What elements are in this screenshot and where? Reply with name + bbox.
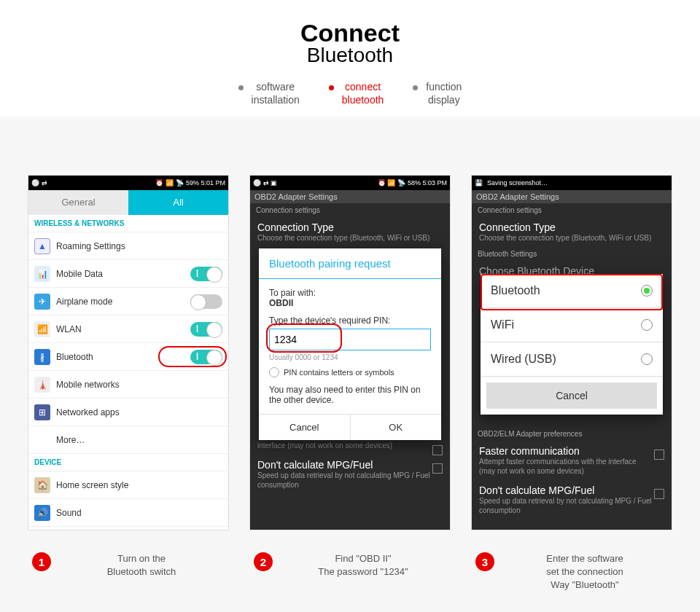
sec-connection: Connection settings [472, 203, 672, 217]
sec-adapter-pref: OBD2/ELM Adapter preferences [472, 427, 672, 441]
page-subtitle: Bluetooth [0, 44, 700, 67]
radio-icon [641, 353, 653, 365]
screenshots-row: ⚪ ⇄ ⏰ 📶 📡 59% 5:01 PM General All WIRELE… [0, 117, 700, 542]
pair-label: To pair with: [269, 288, 431, 298]
page-title: Connect [0, 20, 700, 45]
screenshot-2: ⚪ ⇄ ▣⏰ 📶 📡58% 5:03 PM OBD2 Adapter Setti… [249, 175, 451, 530]
opt-mpg[interactable]: Don't calculate MPG/FuelSpeed up data re… [250, 455, 450, 494]
row-bluetooth[interactable]: ∦Bluetooth [28, 343, 228, 371]
option-wired[interactable]: Wired (USB) [481, 342, 663, 377]
row-mobile-data[interactable]: 📊Mobile Data [28, 260, 228, 288]
home-icon: 🏠 [37, 480, 48, 490]
sec-connection: Connection settings [250, 203, 450, 217]
status-bar: ⚪ ⇄ ▣⏰ 📶 📡58% 5:03 PM [250, 176, 450, 190]
step-badge: 3 [475, 552, 494, 571]
row-home-style[interactable]: 🏠Home screen style [28, 471, 228, 499]
bc-software[interactable]: softwareinstallation [238, 80, 300, 106]
option-wifi[interactable]: WiFi [481, 308, 663, 342]
wifi-icon: 📶 [166, 179, 174, 187]
bluetooth-icon: ∦ [40, 352, 44, 362]
status-bar: ⚪ ⇄ ⏰ 📶 📡 59% 5:01 PM [28, 176, 228, 190]
opt-mpg[interactable]: Don't calculate MPG/FuelSpeed up data re… [472, 480, 672, 519]
app-title: OBD2 Adapter Settings [250, 190, 450, 203]
caption-2: 2Find "OBD II"The password "1234" [249, 542, 451, 603]
airplane-icon: ✈ [39, 297, 46, 307]
app-title: OBD2 Adapter Settings [472, 190, 672, 203]
toggle-wlan[interactable] [190, 322, 222, 337]
wifi-icon: 📶 [37, 324, 48, 334]
checkbox[interactable] [654, 489, 664, 499]
pin-note: You may also need to enter this PIN on t… [269, 385, 431, 405]
connection-type-dialog: Bluetooth WiFi Wired (USB) Cancel [481, 274, 663, 415]
opt-connection-type[interactable]: Connection TypeChoose the connection typ… [472, 217, 672, 247]
antenna-icon: 🗼 [37, 380, 48, 390]
header: Connect Bluetooth softwareinstallation c… [0, 0, 700, 117]
pin-hint: Usually 0000 or 1234 [269, 353, 431, 361]
caption-text: Find "OBD II"The password "1234" [280, 552, 446, 578]
checkbox[interactable] [432, 445, 443, 455]
saving-label: Saving screenshot… [487, 179, 548, 187]
toggle-mobile-data[interactable] [190, 267, 222, 281]
checkbox[interactable] [654, 450, 664, 460]
checkbox[interactable] [432, 463, 443, 474]
row-networked-apps[interactable]: ⊞Networked apps [28, 399, 228, 426]
save-icon: 💾 [475, 179, 483, 187]
alarm-icon: ⏰ [155, 179, 163, 187]
device-header: DEVICE [28, 454, 228, 471]
pairing-dialog: Bluetooth pairing request To pair with: … [259, 248, 441, 440]
wireless-header: WIRELESS & NETWORKS [28, 215, 228, 232]
roaming-icon: ▲ [38, 241, 47, 251]
tab-all[interactable]: All [128, 190, 228, 215]
letters-checkbox-row[interactable]: PIN contains letters or symbols [269, 367, 431, 377]
row-airplane[interactable]: ✈Airplane mode [28, 288, 228, 315]
toggle-bluetooth[interactable] [190, 350, 222, 364]
row-roaming[interactable]: ▲Roaming Settings [28, 232, 228, 260]
row-mobile-networks[interactable]: 🗼Mobile networks [28, 371, 228, 399]
row-more[interactable]: More… [28, 426, 228, 454]
row-sound[interactable]: 🔊Sound [28, 499, 228, 527]
ok-button[interactable]: OK [350, 415, 442, 440]
highlight-bluetooth-option [481, 274, 663, 310]
battery-label: 59% 5:01 PM [186, 179, 225, 187]
dialog-title: Bluetooth pairing request [259, 248, 441, 279]
caption-1: 1Turn on theBluetooth switch [28, 542, 229, 603]
cancel-button[interactable]: Cancel [486, 382, 657, 409]
battery-label: 58% 5:03 PM [408, 179, 447, 187]
bc-function[interactable]: functiondisplay [413, 80, 462, 106]
chart-icon: 📊 [37, 269, 48, 279]
toggle-airplane[interactable] [190, 294, 222, 309]
settings-tabs: General All [28, 190, 228, 215]
step-badge: 1 [32, 552, 51, 571]
step-badge: 2 [254, 552, 273, 571]
radio-icon [269, 367, 279, 377]
signal-icon: 📡 [176, 179, 184, 187]
bluetooth-icon: ⚪ ⇄ [31, 179, 47, 187]
status-bar: 💾Saving screenshot… [472, 176, 672, 190]
cancel-button[interactable]: Cancel [259, 415, 350, 440]
highlight-pin [266, 323, 342, 353]
row-display[interactable]: Display [28, 527, 228, 530]
bc-connect[interactable]: connectbluetooth [329, 80, 384, 106]
sound-icon: 🔊 [37, 508, 48, 518]
screenshot-3: 💾Saving screenshot… OBD2 Adapter Setting… [471, 175, 672, 530]
screenshot-1: ⚪ ⇄ ⏰ 📶 📡 59% 5:01 PM General All WIRELE… [28, 175, 229, 530]
tab-general[interactable]: General [28, 190, 128, 215]
row-wlan[interactable]: 📶WLAN [28, 315, 228, 343]
sec-bluetooth: Bluetooth Settings [472, 247, 672, 261]
breadcrumb: softwareinstallation connectbluetooth fu… [0, 80, 700, 106]
captions-row: 1Turn on theBluetooth switch 2Find "OBD … [0, 542, 700, 603]
pair-device: OBDII [269, 298, 431, 308]
opt-connection-type[interactable]: Connection TypeChoose the connection typ… [250, 217, 450, 247]
caption-text: Turn on theBluetooth switch [58, 552, 225, 578]
radio-icon [641, 319, 653, 331]
caption-3: 3Enter the softwareset the connectionWay… [471, 542, 672, 603]
apps-icon: ⊞ [39, 407, 46, 417]
opt-faster[interactable]: Faster communicationAttempt faster commu… [472, 441, 672, 480]
caption-text: Enter the softwareset the connectionWay … [502, 552, 668, 592]
